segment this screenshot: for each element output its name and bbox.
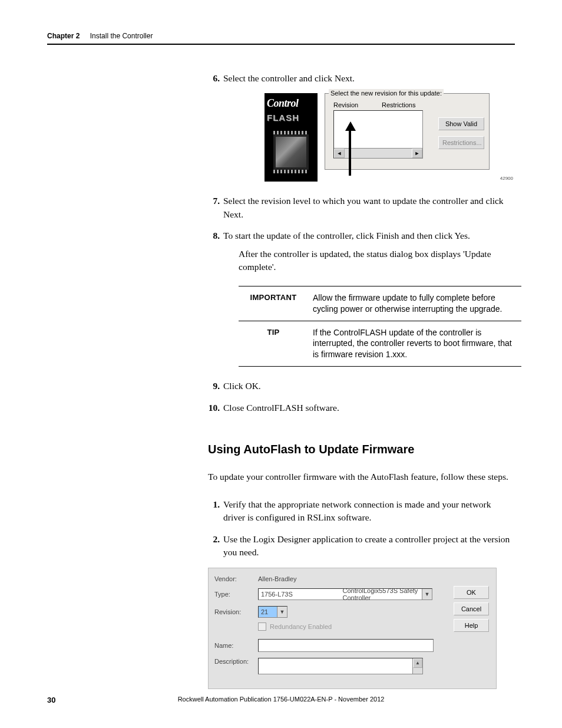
revision-combobox[interactable]: 21 ▼ [258,606,287,618]
ok-button[interactable]: OK [454,586,489,599]
step-6: 6. Select the controller and click Next.… [208,72,515,182]
scroll-up-icon[interactable]: ▲ [413,658,422,668]
image-id: 42900 [500,175,513,182]
controlflash-logo: Control FLASH [265,93,318,182]
chevron-down-icon[interactable]: ▼ [277,607,287,617]
logo-text-control: Control [265,93,318,111]
step-8-note: After the controller is updated, the sta… [239,248,515,274]
step-8: 8. To start the update of the controller… [208,229,515,367]
step-number: 9. [208,380,220,393]
new-controller-dialog: Vendor: Allen-Bradley Type: 1756-L73S Co… [208,568,497,689]
show-valid-button[interactable]: Show Valid [438,117,484,130]
step-text: Select the controller and click Next. [223,73,355,83]
step-10: 10. Close ControlFLASH software. [208,401,515,414]
name-field[interactable] [258,639,434,652]
step-7: 7. Select the revision level to which yo… [208,195,515,221]
type-combobox[interactable]: 1756-L73S ControlLogix5573S Safety Contr… [258,588,432,600]
controlflash-screenshot: Control FLASH Select the new revision fo… [265,93,494,182]
chevron-down-icon[interactable]: ▼ [422,589,432,599]
step-text: Select the revision level to which you w… [223,196,504,219]
column-restrictions: Restrictions [382,101,430,110]
step-text: Close ControlFLASH software. [223,403,339,413]
type-label: Type: [214,591,258,598]
step-b2: 2. Use the Logix Designer application to… [208,533,515,559]
type-code: 1756-L73S [259,591,340,598]
section-heading: Using AutoFlash to Update Firmware [208,443,515,456]
groupbox-legend: Select the new revision for this update: [329,89,444,98]
page-footer: 30 Rockwell Automation Publication 1756-… [47,696,515,704]
horizontal-scrollbar[interactable]: ◄ ► [334,148,422,158]
name-label: Name: [214,642,258,649]
publication-info: Rockwell Automation Publication 1756-UM0… [47,696,515,703]
page-header: Chapter 2 Install the Controller [47,32,515,45]
vendor-value: Allen-Bradley [258,575,296,582]
important-label: IMPORTANT [239,286,308,321]
step-number: 8. [208,229,220,242]
scroll-left-icon[interactable]: ◄ [334,149,345,158]
step-text: Use the Logix Designer application to cr… [223,534,510,557]
chip-icon [273,134,309,170]
cancel-button[interactable]: Cancel [454,602,489,615]
important-text: Allow the firmware update to fully compl… [308,286,521,321]
notes-table: IMPORTANT Allow the firmware update to f… [239,286,521,367]
step-number: 7. [208,195,220,207]
help-button[interactable]: Help [454,619,489,632]
step-number: 6. [208,72,220,85]
section-intro: To update your controller firmware with … [208,470,515,483]
step-9: 9. Click OK. [208,380,515,393]
redundancy-checkbox [258,622,266,631]
revision-label: Revision: [214,608,258,615]
step-number: 10. [208,401,220,414]
vertical-scrollbar[interactable]: ▲ [412,658,422,674]
step-b1: 1. Verify that the appropriate network c… [208,498,515,525]
step-text: Verify that the appropriate network conn… [223,499,491,522]
tip-text: If the ControlFLASH update of the contro… [308,321,521,367]
tip-label: TIP [239,321,308,367]
restrictions-button[interactable]: Restrictions... [438,136,484,149]
chapter-title: Install the Controller [90,32,153,40]
step-text: Click OK. [223,381,261,391]
description-label: Description: [214,658,258,665]
step-number: 2. [208,533,220,546]
column-revision: Revision [333,101,382,110]
logo-text-flash: FLASH [265,111,318,124]
description-field[interactable]: ▲ [258,658,423,674]
step-text: To start the update of the controller, c… [223,230,470,241]
type-description: ControlLogix5573S Safety Controller [340,587,422,601]
redundancy-label: Redundancy Enabled [270,623,332,630]
scroll-right-icon[interactable]: ► [412,149,422,158]
chapter-number: Chapter 2 [47,32,80,40]
revision-value: 21 [259,608,277,615]
revision-listbox[interactable]: ◄ ► [333,110,423,159]
vendor-label: Vendor: [214,575,258,582]
step-number: 1. [208,498,220,511]
